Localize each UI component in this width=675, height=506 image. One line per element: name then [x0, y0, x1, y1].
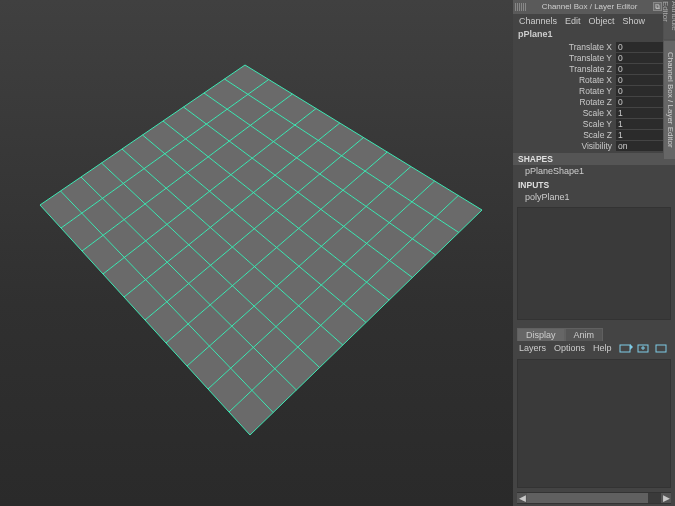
panel-title: Channel Box / Layer Editor — [542, 2, 638, 11]
label-tx[interactable]: Translate X — [513, 42, 616, 52]
attribute-editor-tab[interactable]: Attribute Editor — [663, 0, 675, 40]
label-vis[interactable]: Visibility — [513, 141, 616, 151]
label-sx[interactable]: Scale X — [513, 108, 616, 118]
viewport-3d[interactable] — [0, 0, 513, 506]
channel-extra-box — [517, 207, 671, 320]
menu-channels[interactable]: Channels — [519, 16, 557, 26]
label-ry[interactable]: Rotate Y — [513, 86, 616, 96]
label-sz[interactable]: Scale Z — [513, 130, 616, 140]
label-rx[interactable]: Rotate X — [513, 75, 616, 85]
inputs-header: INPUTS — [513, 179, 675, 191]
layer-new-icon[interactable] — [619, 342, 633, 354]
scroll-thumb[interactable] — [527, 493, 648, 503]
menu-edit[interactable]: Edit — [565, 16, 581, 26]
plane-mesh — [0, 0, 513, 506]
layers-menubar: Layers Options Help — [513, 341, 675, 355]
layer-tabs: Display Anim — [517, 328, 671, 341]
selected-object-name[interactable]: pPlane1 — [513, 27, 675, 41]
panel-scrollbar[interactable]: ◀ ▶ — [517, 492, 671, 504]
tab-display[interactable]: Display — [517, 328, 565, 341]
shape-node[interactable]: pPlaneShape1 — [513, 165, 675, 177]
channel-box-menubar: Channels Edit Object Show — [513, 14, 675, 28]
label-ty[interactable]: Translate Y — [513, 53, 616, 63]
label-tz[interactable]: Translate Z — [513, 64, 616, 74]
menu-options[interactable]: Options — [554, 343, 585, 353]
channel-list: Translate X Translate Y Translate Z Rota… — [513, 41, 675, 151]
menu-object[interactable]: Object — [589, 16, 615, 26]
menu-help[interactable]: Help — [593, 343, 612, 353]
drag-grip[interactable] — [515, 3, 526, 11]
layer-empty-icon[interactable] — [655, 342, 669, 354]
svg-rect-126 — [656, 345, 666, 352]
channel-box-panel: Attribute Editor Channel Box / Layer Edi… — [513, 0, 675, 506]
panel-titlebar: Channel Box / Layer Editor ⧉ ✕ — [513, 0, 675, 14]
layers-list[interactable] — [517, 359, 671, 488]
label-sy[interactable]: Scale Y — [513, 119, 616, 129]
scroll-left-icon[interactable]: ◀ — [517, 493, 527, 503]
scroll-right-icon[interactable]: ▶ — [661, 493, 671, 503]
channel-box-tab[interactable]: Channel Box / Layer Editor — [663, 40, 675, 160]
label-rz[interactable]: Rotate Z — [513, 97, 616, 107]
shapes-header: SHAPES — [513, 153, 675, 165]
scroll-track[interactable] — [527, 493, 661, 503]
input-node[interactable]: polyPlane1 — [513, 191, 675, 203]
layer-add-icon[interactable] — [637, 342, 651, 354]
svg-rect-122 — [620, 345, 630, 352]
menu-show[interactable]: Show — [623, 16, 646, 26]
menu-layers[interactable]: Layers — [519, 343, 546, 353]
tab-anim[interactable]: Anim — [565, 328, 604, 341]
